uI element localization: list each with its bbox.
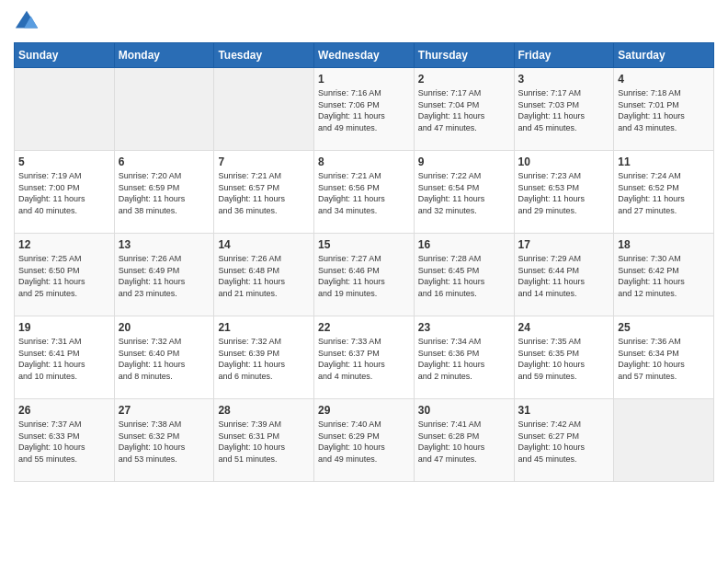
calendar-cell: 11Sunrise: 7:24 AM Sunset: 6:52 PM Dayli… bbox=[614, 151, 714, 234]
calendar-table: SundayMondayTuesdayWednesdayThursdayFrid… bbox=[14, 42, 714, 482]
calendar-cell: 1Sunrise: 7:16 AM Sunset: 7:06 PM Daylig… bbox=[314, 68, 415, 151]
day-info: Sunrise: 7:31 AM Sunset: 6:41 PM Dayligh… bbox=[18, 336, 110, 382]
day-info: Sunrise: 7:33 AM Sunset: 6:37 PM Dayligh… bbox=[318, 336, 410, 382]
calendar-week-row: 26Sunrise: 7:37 AM Sunset: 6:33 PM Dayli… bbox=[15, 399, 714, 482]
calendar-cell: 29Sunrise: 7:40 AM Sunset: 6:29 PM Dayli… bbox=[314, 399, 415, 482]
day-info: Sunrise: 7:29 AM Sunset: 6:44 PM Dayligh… bbox=[518, 253, 610, 299]
day-number: 12 bbox=[18, 238, 110, 251]
day-info: Sunrise: 7:20 AM Sunset: 6:59 PM Dayligh… bbox=[119, 170, 210, 216]
day-number: 5 bbox=[18, 155, 110, 168]
calendar-cell: 22Sunrise: 7:33 AM Sunset: 6:37 PM Dayli… bbox=[314, 316, 415, 399]
weekday-header: Wednesday bbox=[314, 43, 415, 68]
calendar-cell bbox=[214, 68, 314, 151]
logo bbox=[14, 9, 43, 35]
day-number: 22 bbox=[318, 321, 410, 334]
day-number: 26 bbox=[18, 404, 110, 417]
calendar-cell: 8Sunrise: 7:21 AM Sunset: 6:56 PM Daylig… bbox=[314, 151, 415, 234]
day-info: Sunrise: 7:37 AM Sunset: 6:33 PM Dayligh… bbox=[18, 419, 110, 465]
calendar-cell: 6Sunrise: 7:20 AM Sunset: 6:59 PM Daylig… bbox=[114, 151, 214, 234]
calendar-cell: 9Sunrise: 7:22 AM Sunset: 6:54 PM Daylig… bbox=[414, 151, 514, 234]
weekday-header: Saturday bbox=[614, 43, 714, 68]
day-number: 15 bbox=[318, 238, 410, 251]
calendar-cell: 17Sunrise: 7:29 AM Sunset: 6:44 PM Dayli… bbox=[514, 234, 614, 316]
day-number: 6 bbox=[119, 155, 210, 168]
calendar-cell: 30Sunrise: 7:41 AM Sunset: 6:28 PM Dayli… bbox=[414, 399, 514, 482]
day-info: Sunrise: 7:26 AM Sunset: 6:48 PM Dayligh… bbox=[218, 253, 310, 299]
day-number: 30 bbox=[418, 404, 510, 417]
calendar-cell: 12Sunrise: 7:25 AM Sunset: 6:50 PM Dayli… bbox=[15, 234, 115, 316]
day-info: Sunrise: 7:28 AM Sunset: 6:45 PM Dayligh… bbox=[418, 253, 510, 299]
day-info: Sunrise: 7:35 AM Sunset: 6:35 PM Dayligh… bbox=[518, 336, 610, 382]
calendar-week-row: 5Sunrise: 7:19 AM Sunset: 7:00 PM Daylig… bbox=[15, 151, 714, 234]
day-number: 8 bbox=[318, 155, 410, 168]
calendar-cell: 13Sunrise: 7:26 AM Sunset: 6:49 PM Dayli… bbox=[114, 234, 214, 316]
day-info: Sunrise: 7:19 AM Sunset: 7:00 PM Dayligh… bbox=[18, 170, 110, 216]
calendar-cell: 4Sunrise: 7:18 AM Sunset: 7:01 PM Daylig… bbox=[614, 68, 714, 151]
weekday-header: Monday bbox=[114, 43, 214, 68]
day-info: Sunrise: 7:17 AM Sunset: 7:04 PM Dayligh… bbox=[418, 87, 510, 133]
day-number: 13 bbox=[119, 238, 210, 251]
day-info: Sunrise: 7:41 AM Sunset: 6:28 PM Dayligh… bbox=[418, 419, 510, 465]
day-number: 11 bbox=[618, 155, 710, 168]
calendar-cell: 2Sunrise: 7:17 AM Sunset: 7:04 PM Daylig… bbox=[414, 68, 514, 151]
day-number: 16 bbox=[418, 238, 510, 251]
logo-icon bbox=[14, 9, 40, 35]
day-number: 10 bbox=[518, 155, 610, 168]
day-info: Sunrise: 7:26 AM Sunset: 6:49 PM Dayligh… bbox=[119, 253, 210, 299]
day-number: 28 bbox=[218, 404, 310, 417]
calendar-week-row: 12Sunrise: 7:25 AM Sunset: 6:50 PM Dayli… bbox=[15, 234, 714, 316]
calendar-cell: 18Sunrise: 7:30 AM Sunset: 6:42 PM Dayli… bbox=[614, 234, 714, 316]
day-number: 31 bbox=[518, 404, 610, 417]
calendar-cell: 31Sunrise: 7:42 AM Sunset: 6:27 PM Dayli… bbox=[514, 399, 614, 482]
calendar-week-row: 1Sunrise: 7:16 AM Sunset: 7:06 PM Daylig… bbox=[15, 68, 714, 151]
day-info: Sunrise: 7:32 AM Sunset: 6:40 PM Dayligh… bbox=[119, 336, 210, 382]
day-number: 4 bbox=[618, 73, 710, 86]
day-info: Sunrise: 7:38 AM Sunset: 6:32 PM Dayligh… bbox=[119, 419, 210, 465]
day-number: 23 bbox=[418, 321, 510, 334]
day-info: Sunrise: 7:34 AM Sunset: 6:36 PM Dayligh… bbox=[418, 336, 510, 382]
calendar-week-row: 19Sunrise: 7:31 AM Sunset: 6:41 PM Dayli… bbox=[15, 316, 714, 399]
day-info: Sunrise: 7:39 AM Sunset: 6:31 PM Dayligh… bbox=[218, 419, 310, 465]
calendar-cell: 27Sunrise: 7:38 AM Sunset: 6:32 PM Dayli… bbox=[114, 399, 214, 482]
day-number: 9 bbox=[418, 155, 510, 168]
day-info: Sunrise: 7:27 AM Sunset: 6:46 PM Dayligh… bbox=[318, 253, 410, 299]
weekday-header: Sunday bbox=[15, 43, 115, 68]
calendar-cell: 5Sunrise: 7:19 AM Sunset: 7:00 PM Daylig… bbox=[15, 151, 115, 234]
day-info: Sunrise: 7:22 AM Sunset: 6:54 PM Dayligh… bbox=[418, 170, 510, 216]
calendar-cell: 3Sunrise: 7:17 AM Sunset: 7:03 PM Daylig… bbox=[514, 68, 614, 151]
day-info: Sunrise: 7:42 AM Sunset: 6:27 PM Dayligh… bbox=[518, 419, 610, 465]
day-number: 19 bbox=[18, 321, 110, 334]
calendar-cell bbox=[114, 68, 214, 151]
day-info: Sunrise: 7:18 AM Sunset: 7:01 PM Dayligh… bbox=[618, 87, 710, 133]
day-number: 29 bbox=[318, 404, 410, 417]
calendar-cell: 23Sunrise: 7:34 AM Sunset: 6:36 PM Dayli… bbox=[414, 316, 514, 399]
day-number: 1 bbox=[318, 73, 410, 86]
day-number: 21 bbox=[218, 321, 310, 334]
day-number: 2 bbox=[418, 73, 510, 86]
calendar-cell: 25Sunrise: 7:36 AM Sunset: 6:34 PM Dayli… bbox=[614, 316, 714, 399]
calendar-cell: 26Sunrise: 7:37 AM Sunset: 6:33 PM Dayli… bbox=[15, 399, 115, 482]
calendar-cell: 7Sunrise: 7:21 AM Sunset: 6:57 PM Daylig… bbox=[214, 151, 314, 234]
day-info: Sunrise: 7:36 AM Sunset: 6:34 PM Dayligh… bbox=[618, 336, 710, 382]
day-info: Sunrise: 7:40 AM Sunset: 6:29 PM Dayligh… bbox=[318, 419, 410, 465]
calendar-cell bbox=[614, 399, 714, 482]
day-number: 25 bbox=[618, 321, 710, 334]
calendar-cell: 10Sunrise: 7:23 AM Sunset: 6:53 PM Dayli… bbox=[514, 151, 614, 234]
day-number: 24 bbox=[518, 321, 610, 334]
calendar-cell: 24Sunrise: 7:35 AM Sunset: 6:35 PM Dayli… bbox=[514, 316, 614, 399]
day-number: 17 bbox=[518, 238, 610, 251]
day-info: Sunrise: 7:25 AM Sunset: 6:50 PM Dayligh… bbox=[18, 253, 110, 299]
weekday-header: Friday bbox=[514, 43, 614, 68]
calendar-cell: 14Sunrise: 7:26 AM Sunset: 6:48 PM Dayli… bbox=[214, 234, 314, 316]
calendar-cell: 19Sunrise: 7:31 AM Sunset: 6:41 PM Dayli… bbox=[15, 316, 115, 399]
weekday-header: Thursday bbox=[414, 43, 514, 68]
day-number: 14 bbox=[218, 238, 310, 251]
day-info: Sunrise: 7:17 AM Sunset: 7:03 PM Dayligh… bbox=[518, 87, 610, 133]
calendar-cell bbox=[15, 68, 115, 151]
day-number: 7 bbox=[218, 155, 310, 168]
calendar-cell: 21Sunrise: 7:32 AM Sunset: 6:39 PM Dayli… bbox=[214, 316, 314, 399]
day-info: Sunrise: 7:24 AM Sunset: 6:52 PM Dayligh… bbox=[618, 170, 710, 216]
day-number: 27 bbox=[119, 404, 210, 417]
calendar-cell: 15Sunrise: 7:27 AM Sunset: 6:46 PM Dayli… bbox=[314, 234, 415, 316]
day-info: Sunrise: 7:23 AM Sunset: 6:53 PM Dayligh… bbox=[518, 170, 610, 216]
